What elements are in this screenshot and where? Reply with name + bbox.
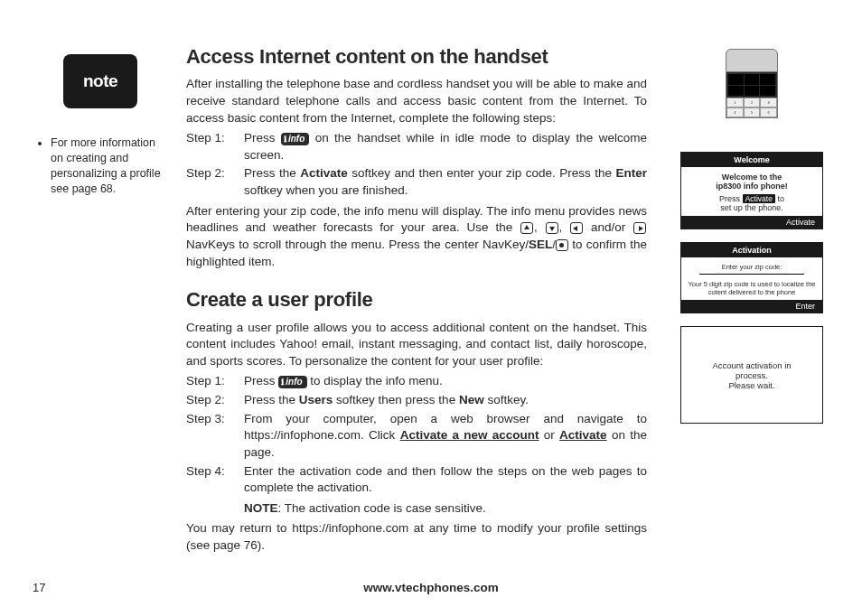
section-heading-access: Access Internet content on the handset [186, 43, 647, 70]
step-body: Press the Users softkey then press the N… [244, 392, 647, 409]
note-bullet-item: For more information on creating and per… [51, 135, 168, 197]
step-body: From your computer, open a web browser a… [244, 411, 647, 462]
step-label: Step 3: [186, 411, 244, 462]
activate-inline-button: Activate [743, 194, 775, 203]
step-body: Press the Activate softkey and then ente… [244, 165, 647, 199]
step-label: Step 1: [186, 373, 244, 390]
footer-url: www.vtechphones.com [0, 581, 862, 594]
handset-illustration: 123456 [720, 49, 783, 139]
screen-header: Activation [681, 243, 822, 257]
step-body: Enter the activation code and then follo… [244, 463, 647, 518]
section1-intro: After installing the telephone base and … [186, 76, 647, 126]
info-icon: info [281, 133, 309, 145]
step-label: Step 2: [186, 392, 244, 409]
info-icon: info [278, 376, 306, 388]
note-sidebar: note For more information on creating an… [33, 43, 168, 598]
step-body: Press info on the handset while in idle … [244, 130, 647, 163]
screen-softkey: Enter [681, 300, 822, 313]
screen-header: Welcome [681, 153, 822, 167]
screen-welcome: Welcome Welcome to theip8300 info phone!… [680, 152, 823, 229]
navkey-down-icon [546, 222, 558, 234]
main-content: Access Internet content on the handset A… [186, 43, 656, 598]
screen-illustrations: 123456 Welcome Welcome to theip8300 info… [674, 43, 829, 598]
screen-activation: Activation Enter your zip code: Your 5 d… [680, 242, 823, 313]
step-body: Press info to display the info menu. [244, 373, 647, 390]
section-heading-profile: Create a user profile [186, 286, 647, 313]
note-badge: note [63, 54, 137, 108]
screen-softkey: Activate [681, 216, 822, 229]
section2-intro: Creating a user profile allows you to ac… [186, 320, 647, 370]
step-label: Step 1: [186, 130, 244, 163]
navkey-left-icon [570, 222, 583, 234]
zip-input-line [699, 273, 803, 275]
section2-outro: You may return to https://infophone.com … [186, 520, 647, 554]
step-label: Step 4: [186, 463, 244, 518]
screen-processing: Account activation in process. Please wa… [680, 326, 823, 424]
section1-post: After entering your zip code, the info m… [186, 203, 647, 271]
navkey-select-icon [556, 239, 568, 251]
navkey-up-icon [520, 222, 533, 234]
navkey-right-icon [633, 222, 646, 234]
step-label: Step 2: [186, 165, 244, 199]
